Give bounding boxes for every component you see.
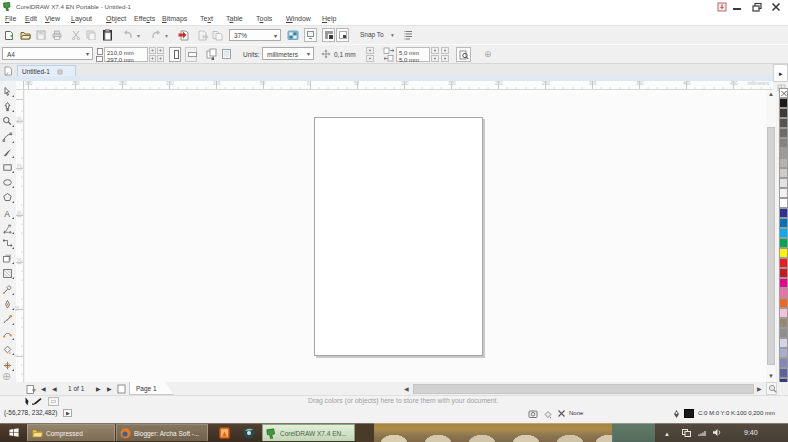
svg-text:A: A [4, 209, 10, 219]
